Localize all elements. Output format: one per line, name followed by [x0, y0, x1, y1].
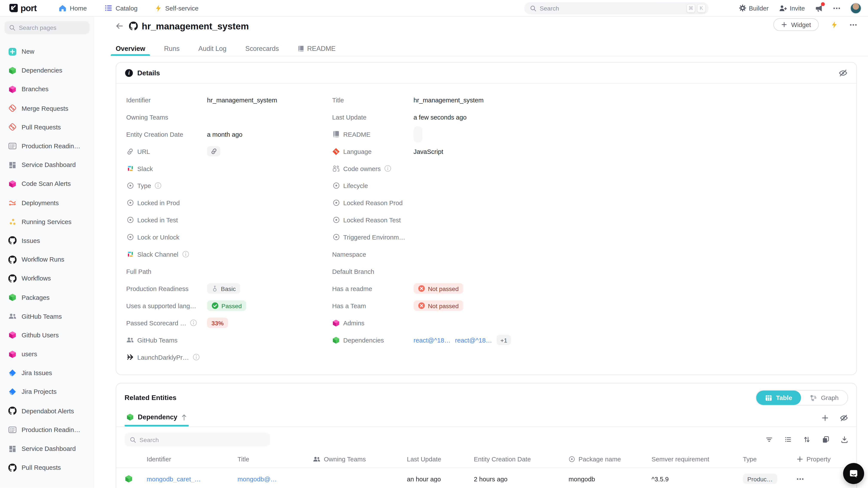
sidebar-search-input[interactable]: Search pages	[4, 21, 90, 34]
actions-lightning-button[interactable]	[831, 21, 838, 29]
graph-view-button[interactable]: Graph	[801, 391, 847, 405]
group-by-icon[interactable]	[784, 436, 792, 443]
col-title[interactable]: Title	[238, 456, 313, 462]
table-header-row: Identifier Title Owning Teams Last Updat…	[116, 451, 857, 467]
col-semver-requirement[interactable]: Semver requirement	[652, 456, 743, 462]
filter-icon[interactable]	[766, 436, 773, 443]
col-owning-teams[interactable]: Owning Teams	[313, 456, 407, 462]
col-package-name[interactable]: Package name	[568, 456, 652, 462]
nav-catalog[interactable]: Catalog	[104, 4, 138, 12]
hide-columns-icon[interactable]	[840, 414, 848, 421]
sidebar-item-new[interactable]: New	[4, 42, 90, 61]
sidebar-item-service-dashboard-2[interactable]: Service Dashboard	[4, 439, 90, 458]
pink-cube-icon	[8, 331, 17, 339]
target-icon	[126, 216, 134, 224]
tab-overview[interactable]: Overview	[116, 41, 145, 56]
sidebar-item-dependabot-alerts[interactable]: Dependabot Alerts	[4, 401, 90, 420]
sidebar-item-running-services[interactable]: Running Services	[4, 212, 90, 231]
sidebar-item-jira-issues[interactable]: Jira Issues	[4, 363, 90, 382]
nav-self-service[interactable]: Self-service	[155, 4, 198, 12]
sidebar-item-production-readiness[interactable]: Production Readin…	[4, 137, 90, 156]
details-info-icon: i	[125, 69, 133, 76]
sidebar-item-branches[interactable]: Branches	[4, 80, 90, 99]
related-search-input[interactable]: Search	[125, 433, 270, 446]
back-button[interactable]	[116, 22, 123, 30]
sidebar-item-deployments[interactable]: Deployments	[4, 193, 90, 212]
tab-scorecards[interactable]: Scorecards	[245, 41, 279, 56]
graph-icon	[810, 394, 817, 401]
invite-button[interactable]: Invite	[779, 4, 805, 12]
sidebar-item-code-scan-alerts[interactable]: Code Scan Alerts	[4, 174, 90, 193]
col-add-property[interactable]: Property	[797, 456, 848, 462]
type-badge: Produc…	[743, 474, 777, 484]
tab-audit-log[interactable]: Audit Log	[198, 41, 226, 56]
row-more-button[interactable]	[797, 478, 804, 480]
slack-icon	[126, 250, 134, 258]
sidebar-item-pull-requests-2[interactable]: Pull Requests	[4, 458, 90, 477]
sidebar-item-service-dashboard[interactable]: Service Dashboard	[4, 156, 90, 174]
slack-icon	[126, 165, 134, 172]
topbar-more-button[interactable]	[833, 7, 840, 9]
plus-icon	[781, 22, 787, 28]
row-title-link[interactable]: mongodb@…	[238, 476, 277, 482]
detail-row: Slack Code owners	[126, 160, 846, 177]
details-title: Details	[137, 69, 160, 76]
add-widget-button[interactable]: Widget	[774, 18, 819, 31]
add-related-button[interactable]	[822, 414, 829, 421]
tab-runs[interactable]: Runs	[164, 41, 180, 56]
target-icon	[568, 456, 575, 462]
info-icon	[182, 250, 189, 258]
table-row[interactable]: mongodb_caret_… mongodb@… an hour ago 2 …	[116, 467, 857, 488]
col-last-update[interactable]: Last Update	[407, 456, 474, 462]
row-identifier-link[interactable]: mongodb_caret_…	[147, 476, 201, 482]
sidebar-item-merge-requests[interactable]: Merge Requests	[4, 99, 90, 118]
tab-readme[interactable]: README	[298, 41, 335, 56]
copy-icon[interactable]	[822, 436, 829, 443]
related-entities-panel: Related Entities Table Graph	[116, 383, 857, 488]
empty-readme-pill	[413, 126, 423, 142]
tab-dependency[interactable]: Dependency	[125, 413, 189, 427]
has-team-badge: Not passed	[413, 300, 463, 311]
sidebar-item-issues[interactable]: Issues	[4, 231, 90, 250]
sidebar-item-users[interactable]: users	[4, 345, 90, 363]
sidebar-item-jira-projects[interactable]: Jira Projects	[4, 382, 90, 401]
table-view-button[interactable]: Table	[756, 391, 801, 405]
sidebar-item-dependencies[interactable]: Dependencies	[4, 61, 90, 80]
announcements-button[interactable]	[815, 4, 823, 12]
chat-launcher-button[interactable]	[843, 463, 864, 484]
green-cube-icon	[332, 336, 340, 344]
url-link-chip[interactable]	[207, 146, 220, 157]
dependency-link[interactable]: react@^18…	[413, 337, 451, 344]
notification-dot	[821, 2, 825, 6]
pink-cube-icon	[8, 85, 17, 94]
port-logo-icon	[9, 3, 18, 13]
dependency-more-badge[interactable]: +1	[496, 335, 511, 345]
sidebar-item-github-teams[interactable]: GitHub Teams	[4, 307, 90, 326]
entity-more-button[interactable]	[850, 24, 857, 26]
download-icon[interactable]	[841, 436, 848, 443]
col-identifier[interactable]: Identifier	[147, 456, 238, 462]
target-icon	[332, 233, 340, 241]
sidebar-item-workflows[interactable]: Workflows	[4, 269, 90, 288]
sidebar-item-github-users[interactable]: Github Users	[4, 326, 90, 345]
github-icon	[8, 274, 17, 283]
col-type[interactable]: Type	[743, 456, 797, 462]
sort-icon[interactable]	[803, 436, 810, 443]
builder-button[interactable]: Builder	[739, 4, 769, 12]
people-icon	[313, 456, 320, 462]
sidebar-item-packages[interactable]: Packages	[4, 288, 90, 307]
nav-home[interactable]: Home	[59, 4, 87, 12]
global-search-input[interactable]: Search ⌘ K	[524, 2, 708, 14]
details-panel: i Details Identifier hr_management_syste…	[116, 62, 857, 375]
hide-empty-values-icon[interactable]	[839, 69, 847, 76]
sidebar-item-production-readiness-2[interactable]: Production Readin…	[4, 420, 90, 439]
avatar[interactable]	[850, 3, 862, 14]
dashboard-icon	[8, 445, 17, 453]
detail-row: LaunchDarklyPr…	[126, 349, 846, 366]
has-readme-badge: Not passed	[413, 283, 463, 294]
sidebar-item-pull-requests[interactable]: Pull Requests	[4, 118, 90, 136]
port-logo[interactable]: port	[9, 3, 36, 13]
sidebar-item-workflow-runs[interactable]: Workflow Runs	[4, 250, 90, 269]
dependency-link[interactable]: react@^18…	[455, 337, 492, 344]
col-entity-creation-date[interactable]: Entity Creation Date	[474, 456, 569, 462]
